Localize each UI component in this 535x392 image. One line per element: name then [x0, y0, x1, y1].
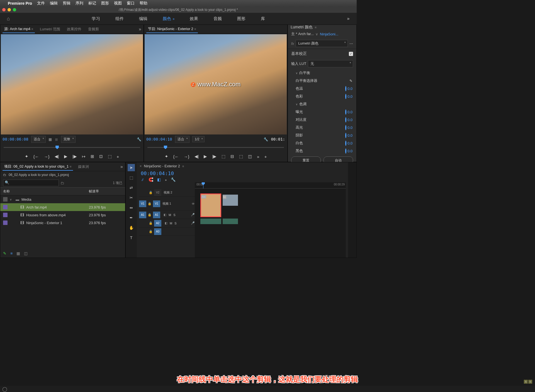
play-icon[interactable]: ▶: [64, 154, 67, 159]
project-row-ninja[interactable]: 🎞 NinjaSonic - Exterior 1 23.976 fps: [0, 219, 125, 227]
audio-clip-1[interactable]: [200, 219, 221, 224]
extract-icon[interactable]: ⊟: [230, 154, 234, 159]
whites-value[interactable]: 0.0: [347, 141, 352, 145]
temp-value[interactable]: 0.0: [347, 87, 352, 91]
new-item-icon[interactable]: ✎: [3, 251, 6, 256]
source-quality-dropdown[interactable]: 完整: [61, 136, 76, 143]
menu-help[interactable]: 帮助: [140, 1, 147, 6]
a1-source[interactable]: A1: [139, 212, 146, 218]
timeline-ruler[interactable]: :00:00 00:00:29: [195, 182, 346, 188]
go-in-icon[interactable]: →}: [44, 154, 50, 159]
menu-edit[interactable]: 编辑: [50, 1, 58, 6]
marker-tool-icon[interactable]: ⬥: [165, 177, 167, 182]
add-button-icon[interactable]: +: [117, 154, 119, 159]
selection-tool-icon[interactable]: ➤: [128, 164, 135, 171]
go-out-icon[interactable]: ↦: [82, 154, 86, 159]
lift-icon[interactable]: ⬚: [222, 154, 225, 159]
insert-icon[interactable]: ⊞: [91, 154, 94, 159]
hand-tool-icon[interactable]: ✋: [128, 224, 135, 231]
slip-tool-icon[interactable]: ⇔: [128, 204, 135, 211]
step-back-icon[interactable]: ◀|: [55, 154, 59, 159]
section-basic[interactable]: 基本校正✓: [288, 49, 356, 58]
source-waveform-icon[interactable]: ⫼: [55, 137, 58, 141]
source-scrubber[interactable]: [0, 143, 144, 151]
timeline-timecode[interactable]: 00:00:04:10: [137, 170, 348, 177]
source-viewer[interactable]: [1, 34, 143, 134]
ripple-tool-icon[interactable]: ⇄: [128, 184, 135, 191]
program-res-dropdown[interactable]: 1/2: [192, 136, 205, 142]
a1-target[interactable]: A1: [153, 212, 160, 218]
program-playhead-thumb[interactable]: [164, 146, 167, 149]
blacks-value[interactable]: 0.0: [347, 149, 352, 153]
project-row-arch[interactable]: 🎞 Arch far.mp4 23.976 fps: [0, 203, 125, 211]
lumetri-master[interactable]: 主 * Arch far...: [291, 31, 314, 36]
workspace-assembly[interactable]: 组件: [115, 16, 124, 21]
menu-graphics[interactable]: 图形: [101, 1, 109, 6]
p-step-fwd-icon[interactable]: |▶: [212, 154, 217, 159]
clip-arch-selected[interactable]: Arc: [200, 193, 221, 217]
linked-icon[interactable]: ◧: [157, 177, 161, 182]
snap-icon[interactable]: 🧲: [149, 177, 153, 182]
basic-checkbox[interactable]: ✓: [349, 52, 353, 56]
p-add-button-icon[interactable]: +: [264, 154, 267, 159]
project-row-houses[interactable]: 🎞 Houses from above.mp4 23.976 fps: [0, 211, 125, 219]
col-name[interactable]: 名称: [3, 189, 89, 194]
filter-icon[interactable]: 🗀: [60, 181, 64, 185]
col-fps[interactable]: 帧速率: [89, 189, 122, 194]
pen-tool-icon[interactable]: ✒: [128, 214, 135, 221]
p-export-frame-icon[interactable]: ⬚: [239, 154, 243, 159]
program-viewer[interactable]: Z www.MacZ.com: [145, 34, 287, 134]
tab-source[interactable]: 源: Arch far.mp4 ≡: [3, 25, 35, 33]
nest-icon[interactable]: ⫽: [141, 177, 145, 182]
audio-clip-2[interactable]: [223, 219, 238, 224]
type-tool-icon[interactable]: T: [128, 234, 135, 241]
tone-header[interactable]: 色调: [299, 102, 307, 107]
tab-effect-controls[interactable]: 效果控件: [65, 26, 83, 33]
p-step-back-icon[interactable]: ◀|: [194, 154, 199, 159]
p-mark-in-icon[interactable]: {←: [173, 154, 179, 159]
lumetri-effect-dropdown[interactable]: Lumetri 颜色: [296, 40, 348, 47]
source-playhead-thumb[interactable]: [55, 146, 59, 149]
program-timecode-in[interactable]: 00:00:04:10: [146, 137, 172, 141]
wb-header[interactable]: 白平衡: [299, 70, 310, 75]
comparison-icon[interactable]: ◫: [248, 154, 252, 159]
program-scrubber[interactable]: [144, 143, 287, 151]
source-grid-icon[interactable]: ▦: [48, 137, 52, 141]
program-fit-dropdown[interactable]: 适合: [175, 136, 189, 143]
overwrite-icon[interactable]: ⊡: [99, 154, 103, 159]
project-row-bin[interactable]: ∨▬ Media: [0, 195, 125, 203]
menu-sequence[interactable]: 序列: [76, 1, 83, 6]
tab-audio-clip[interactable]: 音频剪: [86, 26, 101, 33]
close-icon[interactable]: [2, 8, 6, 11]
workspace-effects[interactable]: 效果: [190, 16, 198, 21]
source-tabs-more[interactable]: »: [139, 27, 141, 32]
source-fit-dropdown[interactable]: 适合: [31, 136, 46, 143]
p-play-icon[interactable]: ▶: [204, 154, 207, 159]
lumetri-menu-icon[interactable]: ⋯: [349, 41, 353, 46]
marker-icon[interactable]: ✦: [165, 154, 168, 159]
timeline-content[interactable]: Arc Ni: [195, 188, 346, 258]
export-frame-icon[interactable]: ⬚: [108, 154, 112, 159]
tint-value[interactable]: 0.0: [347, 94, 352, 99]
source-settings-icon[interactable]: 🔧: [137, 137, 141, 141]
bin-icon[interactable]: 🗀: [3, 173, 6, 177]
menu-view[interactable]: 视图: [114, 1, 122, 6]
tab-media-browser[interactable]: 媒体浏: [76, 163, 91, 170]
icon-view-icon[interactable]: ▦: [16, 251, 20, 256]
program-settings-icon[interactable]: 🔧: [264, 137, 268, 141]
mark-out-icon[interactable]: {←: [33, 154, 39, 159]
maximize-icon[interactable]: [13, 8, 16, 11]
menu-marker[interactable]: 标记: [88, 1, 96, 6]
source-timecode[interactable]: 00:00:06:08: [3, 137, 28, 141]
razor-tool-icon[interactable]: ✂: [128, 194, 135, 201]
highlights-value[interactable]: 0.0: [347, 126, 352, 130]
app-name[interactable]: Premiere Pro: [8, 1, 32, 6]
exposure-value[interactable]: 0.0: [347, 110, 352, 114]
wrench-icon[interactable]: 🔧: [171, 177, 176, 182]
menu-clip[interactable]: 剪辑: [63, 1, 70, 6]
tab-project[interactable]: 项目: 06_02 Apply a look to your clips_1 ≡: [3, 163, 73, 171]
step-fwd-icon[interactable]: |▶: [72, 154, 77, 159]
workspace-more[interactable]: »: [340, 16, 357, 21]
list-view-icon[interactable]: ≡: [10, 251, 13, 256]
menu-file[interactable]: 文件: [37, 1, 45, 6]
